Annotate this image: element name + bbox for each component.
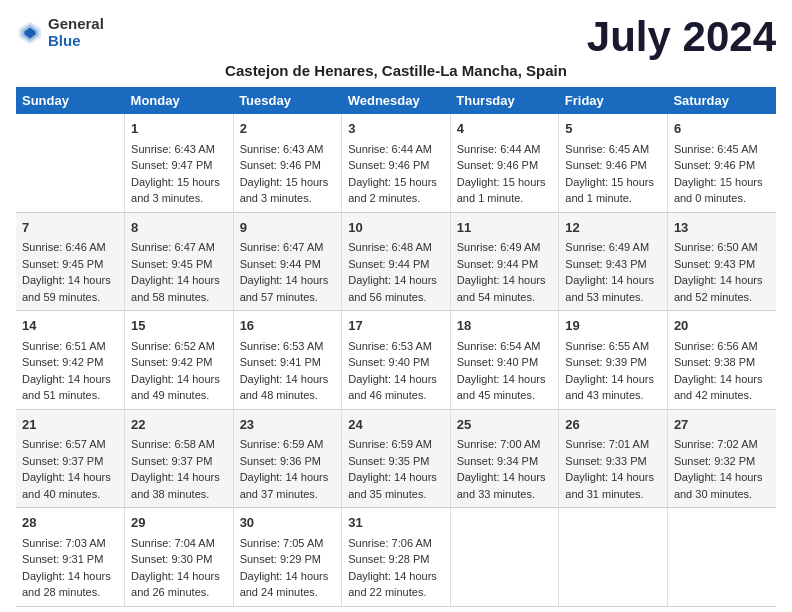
day-number: 21 — [22, 415, 118, 435]
calendar-cell: 4Sunrise: 6:44 AMSunset: 9:46 PMDaylight… — [450, 114, 559, 212]
calendar-cell: 28Sunrise: 7:03 AMSunset: 9:31 PMDayligh… — [16, 508, 125, 607]
day-number: 26 — [565, 415, 661, 435]
calendar-cell: 31Sunrise: 7:06 AMSunset: 9:28 PMDayligh… — [342, 508, 451, 607]
header-row: SundayMondayTuesdayWednesdayThursdayFrid… — [16, 87, 776, 114]
day-number: 8 — [131, 218, 227, 238]
day-number: 7 — [22, 218, 118, 238]
header-day-monday: Monday — [125, 87, 234, 114]
sunrise-text: Sunrise: 7:04 AM — [131, 535, 227, 552]
sunset-text: Sunset: 9:42 PM — [131, 354, 227, 371]
calendar-cell: 24Sunrise: 6:59 AMSunset: 9:35 PMDayligh… — [342, 409, 451, 508]
sunrise-text: Sunrise: 6:54 AM — [457, 338, 553, 355]
week-row-4: 28Sunrise: 7:03 AMSunset: 9:31 PMDayligh… — [16, 508, 776, 607]
sunset-text: Sunset: 9:47 PM — [131, 157, 227, 174]
daylight-text: Daylight: 14 hours and 46 minutes. — [348, 371, 444, 404]
sunrise-text: Sunrise: 6:58 AM — [131, 436, 227, 453]
sunrise-text: Sunrise: 7:00 AM — [457, 436, 553, 453]
sunrise-text: Sunrise: 6:43 AM — [240, 141, 336, 158]
sunset-text: Sunset: 9:32 PM — [674, 453, 770, 470]
day-number: 23 — [240, 415, 336, 435]
daylight-text: Daylight: 14 hours and 49 minutes. — [131, 371, 227, 404]
daylight-text: Daylight: 14 hours and 59 minutes. — [22, 272, 118, 305]
calendar-cell — [559, 508, 668, 607]
sunrise-text: Sunrise: 7:03 AM — [22, 535, 118, 552]
header: General Blue July 2024 — [16, 16, 776, 58]
header-day-tuesday: Tuesday — [233, 87, 342, 114]
day-number: 20 — [674, 316, 770, 336]
daylight-text: Daylight: 14 hours and 45 minutes. — [457, 371, 553, 404]
day-number: 12 — [565, 218, 661, 238]
sunrise-text: Sunrise: 6:46 AM — [22, 239, 118, 256]
sunrise-text: Sunrise: 6:53 AM — [348, 338, 444, 355]
calendar-cell: 10Sunrise: 6:48 AMSunset: 9:44 PMDayligh… — [342, 212, 451, 311]
calendar-cell: 25Sunrise: 7:00 AMSunset: 9:34 PMDayligh… — [450, 409, 559, 508]
daylight-text: Daylight: 14 hours and 53 minutes. — [565, 272, 661, 305]
day-number: 11 — [457, 218, 553, 238]
sunset-text: Sunset: 9:35 PM — [348, 453, 444, 470]
logo-text: General Blue — [48, 16, 104, 49]
daylight-text: Daylight: 14 hours and 42 minutes. — [674, 371, 770, 404]
calendar-cell: 21Sunrise: 6:57 AMSunset: 9:37 PMDayligh… — [16, 409, 125, 508]
sunrise-text: Sunrise: 6:43 AM — [131, 141, 227, 158]
daylight-text: Daylight: 14 hours and 56 minutes. — [348, 272, 444, 305]
sunrise-text: Sunrise: 6:49 AM — [565, 239, 661, 256]
sunset-text: Sunset: 9:46 PM — [565, 157, 661, 174]
logo: General Blue — [16, 16, 104, 49]
day-number: 24 — [348, 415, 444, 435]
day-number: 2 — [240, 119, 336, 139]
calendar-cell: 29Sunrise: 7:04 AMSunset: 9:30 PMDayligh… — [125, 508, 234, 607]
day-number: 31 — [348, 513, 444, 533]
sunrise-text: Sunrise: 6:55 AM — [565, 338, 661, 355]
sunset-text: Sunset: 9:29 PM — [240, 551, 336, 568]
calendar-cell: 12Sunrise: 6:49 AMSunset: 9:43 PMDayligh… — [559, 212, 668, 311]
header-day-saturday: Saturday — [667, 87, 776, 114]
daylight-text: Daylight: 14 hours and 58 minutes. — [131, 272, 227, 305]
day-number: 9 — [240, 218, 336, 238]
daylight-text: Daylight: 14 hours and 51 minutes. — [22, 371, 118, 404]
sunset-text: Sunset: 9:38 PM — [674, 354, 770, 371]
sunrise-text: Sunrise: 6:47 AM — [131, 239, 227, 256]
sunset-text: Sunset: 9:34 PM — [457, 453, 553, 470]
day-number: 10 — [348, 218, 444, 238]
sunrise-text: Sunrise: 7:05 AM — [240, 535, 336, 552]
daylight-text: Daylight: 14 hours and 24 minutes. — [240, 568, 336, 601]
sunset-text: Sunset: 9:31 PM — [22, 551, 118, 568]
daylight-text: Daylight: 14 hours and 28 minutes. — [22, 568, 118, 601]
calendar-cell: 26Sunrise: 7:01 AMSunset: 9:33 PMDayligh… — [559, 409, 668, 508]
daylight-text: Daylight: 15 hours and 3 minutes. — [131, 174, 227, 207]
sunrise-text: Sunrise: 7:01 AM — [565, 436, 661, 453]
sunset-text: Sunset: 9:39 PM — [565, 354, 661, 371]
sunrise-text: Sunrise: 7:02 AM — [674, 436, 770, 453]
calendar-cell: 5Sunrise: 6:45 AMSunset: 9:46 PMDaylight… — [559, 114, 668, 212]
calendar-cell: 22Sunrise: 6:58 AMSunset: 9:37 PMDayligh… — [125, 409, 234, 508]
sunrise-text: Sunrise: 6:44 AM — [457, 141, 553, 158]
calendar-cell — [450, 508, 559, 607]
calendar-cell: 2Sunrise: 6:43 AMSunset: 9:46 PMDaylight… — [233, 114, 342, 212]
week-row-2: 14Sunrise: 6:51 AMSunset: 9:42 PMDayligh… — [16, 311, 776, 410]
day-number: 19 — [565, 316, 661, 336]
header-day-thursday: Thursday — [450, 87, 559, 114]
daylight-text: Daylight: 14 hours and 54 minutes. — [457, 272, 553, 305]
daylight-text: Daylight: 14 hours and 48 minutes. — [240, 371, 336, 404]
daylight-text: Daylight: 14 hours and 31 minutes. — [565, 469, 661, 502]
header-day-wednesday: Wednesday — [342, 87, 451, 114]
sunset-text: Sunset: 9:41 PM — [240, 354, 336, 371]
calendar-cell: 18Sunrise: 6:54 AMSunset: 9:40 PMDayligh… — [450, 311, 559, 410]
calendar-cell: 15Sunrise: 6:52 AMSunset: 9:42 PMDayligh… — [125, 311, 234, 410]
calendar-cell: 30Sunrise: 7:05 AMSunset: 9:29 PMDayligh… — [233, 508, 342, 607]
week-row-3: 21Sunrise: 6:57 AMSunset: 9:37 PMDayligh… — [16, 409, 776, 508]
daylight-text: Daylight: 15 hours and 3 minutes. — [240, 174, 336, 207]
calendar-cell: 6Sunrise: 6:45 AMSunset: 9:46 PMDaylight… — [667, 114, 776, 212]
sunrise-text: Sunrise: 6:53 AM — [240, 338, 336, 355]
daylight-text: Daylight: 14 hours and 30 minutes. — [674, 469, 770, 502]
calendar-cell: 11Sunrise: 6:49 AMSunset: 9:44 PMDayligh… — [450, 212, 559, 311]
sunset-text: Sunset: 9:46 PM — [240, 157, 336, 174]
day-number: 28 — [22, 513, 118, 533]
day-number: 13 — [674, 218, 770, 238]
day-number: 27 — [674, 415, 770, 435]
sunrise-text: Sunrise: 6:45 AM — [565, 141, 661, 158]
day-number: 16 — [240, 316, 336, 336]
sunrise-text: Sunrise: 6:50 AM — [674, 239, 770, 256]
sunset-text: Sunset: 9:37 PM — [131, 453, 227, 470]
header-day-sunday: Sunday — [16, 87, 125, 114]
